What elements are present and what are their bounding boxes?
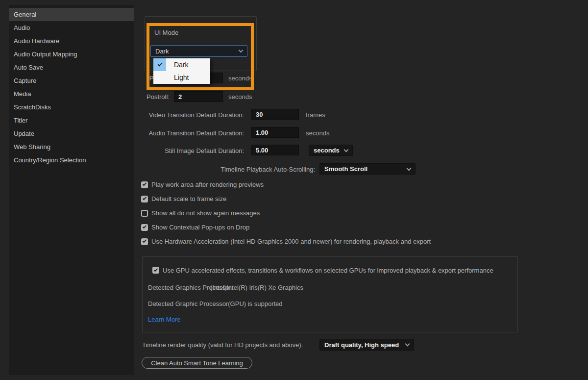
audio-transition-unit: seconds	[306, 129, 329, 137]
ui-mode-option-label: Dark	[166, 61, 189, 69]
learn-more-link[interactable]: Learn More	[148, 316, 180, 323]
video-transition-unit: frames	[306, 111, 325, 119]
gpu-supported-text: Detected Graphic Processor(GPU) is suppo…	[148, 300, 283, 307]
use-hardware-acceleration-intel-hd-graph-checkbox[interactable]	[141, 238, 148, 245]
play-work-area-after-rendering-previews-checkbox[interactable]	[141, 181, 148, 188]
ui-mode-dropdown[interactable]: Dark	[150, 45, 247, 57]
postroll-label: Postroll:	[121, 93, 170, 101]
video-transition-input[interactable]	[251, 109, 299, 120]
audio-transition-input[interactable]	[251, 127, 299, 138]
preferences-category-list: GeneralAudioAudio HardwareAudio Output M…	[9, 5, 134, 375]
show-all-do-not-show-again-messages-checkbox[interactable]	[141, 210, 148, 217]
ui-mode-open-menu: DarkLight	[153, 58, 210, 84]
checkbox-label: Play work area after rendering previews	[151, 181, 264, 188]
show-contextual-pop-ups-on-drop-checkbox[interactable]	[141, 224, 148, 231]
render-quality-dropdown[interactable]: Draft quality, High speed	[319, 339, 414, 351]
checkbox-label: Use Hardware Acceleration (Intel HD Grap…	[151, 238, 431, 245]
audio-transition-label: Audio Transition Default Duration:	[137, 129, 244, 137]
still-image-unit-dropdown[interactable]: seconds	[309, 145, 353, 156]
checkmark-icon	[154, 267, 158, 271]
sidebar-item-scratchdisks[interactable]: ScratchDisks	[9, 101, 134, 114]
preferences-dialog: GeneralAudioAudio HardwareAudio Output M…	[0, 0, 588, 380]
chevron-down-icon	[405, 342, 410, 347]
render-quality-value: Draft quality, High speed	[324, 341, 399, 349]
chevron-down-icon	[239, 48, 244, 53]
still-image-unit-value: seconds	[314, 147, 340, 154]
checkbox-label: Default scale to frame size	[151, 195, 226, 203]
general-options-list: Play work area after rendering previewsD…	[141, 177, 431, 249]
sidebar-item-web-sharing[interactable]: Web Sharing	[9, 140, 134, 153]
postroll-unit: seconds	[228, 93, 252, 101]
gpu-checkbox-row: Use GPU accelerated effects, transitions…	[152, 263, 493, 277]
still-image-label: Still Image Default Duration:	[137, 147, 244, 154]
sidebar-item-auto-save[interactable]: Auto Save	[9, 61, 134, 74]
checkmark-icon	[143, 196, 147, 200]
sidebar-item-titler[interactable]: Titler	[9, 114, 134, 127]
option-row: Default scale to frame size	[141, 192, 431, 206]
still-image-input[interactable]	[251, 145, 299, 155]
checkmark-icon	[143, 239, 147, 243]
ui-mode-option-light[interactable]: Light	[153, 71, 210, 84]
chevron-down-icon	[344, 147, 349, 152]
sidebar-item-capture[interactable]: Capture	[9, 74, 134, 87]
sidebar-item-audio-output-mapping[interactable]: Audio Output Mapping	[9, 48, 134, 61]
option-row: Use Hardware Acceleration (Intel HD Grap…	[141, 234, 431, 249]
render-quality-label: Timeline render quality (valid for HD pr…	[142, 341, 303, 349]
sidebar-item-audio-hardware[interactable]: Audio Hardware	[9, 34, 134, 48]
checkmark-icon	[143, 182, 147, 186]
sidebar-item-update[interactable]: Update	[9, 127, 134, 140]
auto-scrolling-dropdown[interactable]: Smooth Scroll	[319, 163, 416, 175]
checkbox-label: Use GPU accelerated effects, transitions…	[163, 267, 493, 274]
default-scale-to-frame-size-checkbox[interactable]	[141, 196, 148, 203]
ui-mode-option-label: Light	[166, 74, 189, 81]
video-transition-label: Video Transition Default Duration:	[137, 111, 244, 119]
preroll-unit: seconds	[228, 75, 252, 82]
sidebar-item-general[interactable]: General	[9, 8, 134, 21]
checkmark-icon	[143, 225, 147, 228]
option-row: Show Contextual Pop-ups on Drop	[141, 220, 431, 234]
checkbox-label: Show Contextual Pop-ups on Drop	[151, 224, 249, 231]
sidebar-item-audio[interactable]: Audio	[9, 21, 134, 34]
ui-mode-selected-value: Dark	[155, 48, 169, 55]
option-row: Play work area after rendering previews	[141, 177, 431, 192]
sidebar-item-country-region-selection[interactable]: Country/Region Selection	[9, 153, 134, 167]
checkmark-icon	[157, 62, 162, 67]
clean-auto-smart-tone-button[interactable]: Clean Auto Smart Tone Learning	[142, 357, 252, 369]
auto-scrolling-value: Smooth Scroll	[324, 165, 368, 173]
auto-scrolling-label: Timeline Playback Auto-Scrolling:	[186, 166, 315, 173]
selected-option-checkmark-cell	[153, 58, 166, 71]
option-checkmark-cell	[153, 71, 166, 84]
use-gpu-accelerated-effects-transitions--checkbox[interactable]	[152, 267, 159, 274]
gpu-groupbox: Use GPU accelerated effects, transitions…	[142, 256, 518, 332]
postroll-input[interactable]	[174, 91, 223, 102]
sidebar-item-media[interactable]: Media	[9, 87, 134, 101]
ui-mode-label: UI Mode	[154, 29, 178, 36]
checkbox-label: Show all do not show again messages	[151, 209, 260, 217]
ui-mode-option-dark[interactable]: Dark	[153, 58, 210, 71]
detected-gpu-value: (Intel)Intel(R) Iris(R) Xe Graphics	[210, 284, 303, 291]
chevron-down-icon	[407, 166, 412, 171]
option-row: Show all do not show again messages	[141, 206, 431, 220]
